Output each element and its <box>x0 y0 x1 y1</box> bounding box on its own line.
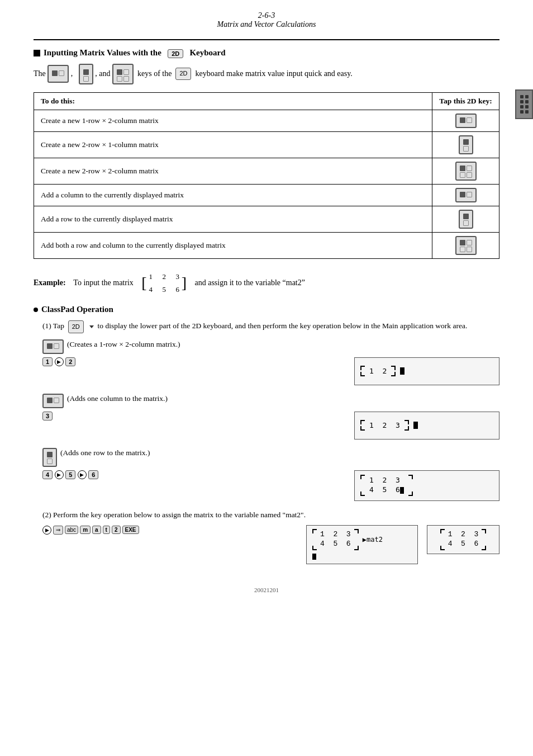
screen-text-a: 1 2 <box>360 367 404 375</box>
side-tab <box>515 89 533 119</box>
circle-arrow-icon: ▶ <box>55 357 64 366</box>
assign-arrow: ▶mat2 <box>363 535 383 543</box>
substep-c: (Adds one row to the matrix.) 4 ▶ 5 ▶ 6 <box>42 447 499 501</box>
dot <box>525 95 529 98</box>
key-1x2-step <box>42 339 64 354</box>
screen-step2-right: 1 2 3 4 5 6 <box>427 525 499 554</box>
section-number: 2-6-3 <box>34 11 499 20</box>
substep-c-desc: (Adds one row to the matrix.) <box>60 447 150 459</box>
bracket-left: [ <box>141 275 146 291</box>
screen-c: 1 2 3 4 5 6 <box>354 470 499 501</box>
key-2: 2 <box>65 357 75 366</box>
key-1x2-table <box>455 114 477 128</box>
key-2x1-table2 <box>459 210 473 229</box>
substep-a-desc: (Creates a 1-row × 2-column matrix.) <box>67 339 180 350</box>
substep-c-icon <box>42 448 57 467</box>
table-row: Add both a row and column to the current… <box>34 232 499 258</box>
screen-step2-left: 1 2 3 4 5 6 ▶mat2 <box>306 525 418 564</box>
screen-row-c1: 1 2 3 4 5 6 <box>360 475 493 496</box>
key-right-arrow-step2: ⇒ <box>53 526 63 535</box>
table-row: Add a column to the currently displayed … <box>34 184 499 206</box>
step2-keys: ▶ ⇒ abc m a t 2 EXE <box>42 525 295 535</box>
circle-arrow-c1: ▶ <box>55 470 64 479</box>
key-t: t <box>103 526 110 534</box>
example-text: To input the matrix <box>73 278 134 286</box>
screen-content-c: 1 2 3 4 5 6 <box>360 475 493 496</box>
key-1: 1 <box>42 357 53 366</box>
key-m: m <box>80 526 91 534</box>
key-abc-step2: abc <box>65 526 78 534</box>
key-2d-step1: 2D <box>68 320 84 333</box>
dot <box>525 110 529 114</box>
corner-matrix-right: 1 2 3 4 5 6 <box>440 529 487 550</box>
key-1x2-table2 <box>455 188 477 202</box>
cursor-step2 <box>312 554 316 560</box>
cursor-a <box>400 367 404 375</box>
key-1x2-intro <box>47 65 69 83</box>
step2-screens: 1 2 3 4 5 6 ▶mat2 <box>306 525 499 564</box>
step2-key-seq: ▶ ⇒ abc m a t 2 EXE <box>42 526 139 535</box>
substep-b-icon <box>42 394 64 408</box>
screen-area-b: 3 1 2 3 <box>42 412 499 440</box>
example-matrix: [ 1 2 3 4 5 6 ] <box>141 270 187 296</box>
cursor-c <box>400 487 404 494</box>
intro-line: The , , and keys of the 2D keyboard make… <box>34 64 499 84</box>
key-1x2-step-b <box>42 394 64 408</box>
table-cell-key <box>432 158 499 184</box>
down-arrow-icon <box>89 325 94 328</box>
table-row: Create a new 1-row × 2-column matrix <box>34 110 499 131</box>
screen-matrix-c: 1 2 3 4 5 6 <box>360 475 413 496</box>
table-cell-action: Create a new 2-row × 2-column matrix <box>34 158 432 184</box>
section-bullet <box>34 50 40 56</box>
substep-b: (Adds one column to the matrix.) 3 <box>42 393 499 440</box>
screen-area-c: 4 ▶ 5 ▶ 6 <box>42 470 499 501</box>
screen-b: 1 2 3 <box>354 412 499 440</box>
screen-content-a: 1 2 <box>360 366 493 376</box>
key-5: 5 <box>65 470 75 479</box>
example-section: Example: To input the matrix [ 1 2 3 4 5… <box>34 270 499 296</box>
table-cell-action: Add a column to the currently displayed … <box>34 184 432 206</box>
key-a: a <box>92 526 101 534</box>
2d-key-inline: 2D <box>175 68 191 80</box>
intro-the: The <box>34 69 47 77</box>
corner-matrix-assign: 1 2 3 4 5 6 <box>312 529 359 550</box>
step2-content: ▶ ⇒ abc m a t 2 EXE <box>42 525 499 564</box>
table-cell-action: Add a row to the currently displayed mat… <box>34 206 432 232</box>
substep-a-header: (Creates a 1-row × 2-column matrix.) <box>42 339 499 354</box>
key-2x1-intro <box>79 64 93 84</box>
classpad-heading-text: ClassPad Operation <box>41 305 113 314</box>
step-keys-b: 3 <box>42 412 337 420</box>
screen-area-a: 1 ▶ 2 <box>42 357 499 385</box>
dot <box>525 105 529 108</box>
key-4: 4 <box>42 470 53 479</box>
screen-a: 1 2 <box>354 357 499 385</box>
matrix-table: To do this: Tap this 2D key: Create a ne… <box>34 92 499 259</box>
table-header-action: To do this: <box>34 92 432 110</box>
screen-matrix-a: 1 2 <box>360 366 396 376</box>
step2-text: (2) Perform the key operation below to a… <box>42 509 499 522</box>
key-3: 3 <box>42 412 53 420</box>
matrix-row: 1 2 3 <box>148 270 180 283</box>
example-label: Example: <box>34 278 66 286</box>
cursor-line-step2 <box>312 552 412 560</box>
page-header: 2-6-3 Matrix and Vector Calculations <box>34 11 499 29</box>
table-row: Add a row to the currently displayed mat… <box>34 206 499 232</box>
example-text2: and assign it to the variable “mat2” <box>194 278 305 286</box>
table-cell-action: Create a new 1-row × 2-column matrix <box>34 110 432 131</box>
dot <box>520 110 524 114</box>
table-cell-action: Add both a row and column to the current… <box>34 232 432 258</box>
screen-content-b: 1 2 3 <box>360 420 493 431</box>
section-title: Matrix and Vector Calculations <box>34 20 499 29</box>
matrix-row: 4 5 6 <box>148 283 180 296</box>
substep-a: (Creates a 1-row × 2-column matrix.) 1 ▶… <box>42 339 499 385</box>
step1-block: (1) Tap 2D to display the lower part of … <box>42 320 499 500</box>
table-cell-key <box>432 232 499 258</box>
intro-and: and <box>99 69 112 77</box>
key-2x1-step <box>42 448 57 467</box>
matrix-cells: 1 2 3 4 5 6 <box>148 270 180 296</box>
substep-c-header: (Adds one row to the matrix.) <box>42 447 499 467</box>
table-cell-key <box>432 110 499 131</box>
2d-key-heading: 2D <box>168 49 183 58</box>
key-2x1-table <box>459 135 473 154</box>
circle-arrow-c2: ▶ <box>78 470 87 479</box>
